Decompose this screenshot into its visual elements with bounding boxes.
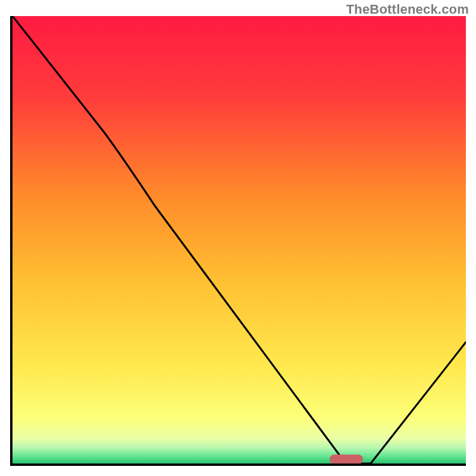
bottleneck-curve: [12, 16, 466, 464]
optimal-marker: [330, 455, 363, 464]
watermark-text: TheBottleneck.com: [346, 2, 469, 17]
plot-frame: [10, 16, 466, 466]
chart-stage: TheBottleneck.com: [0, 0, 476, 476]
plot-area: [12, 16, 466, 464]
